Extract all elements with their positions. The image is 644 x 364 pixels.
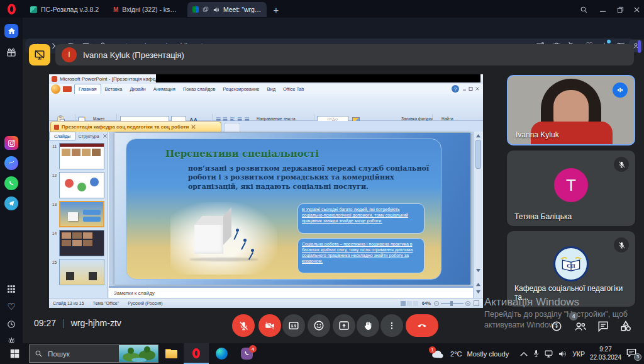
tray-date: 22.03.2024 bbox=[590, 354, 621, 362]
taskbar-viber-button[interactable]: 4 bbox=[234, 343, 259, 364]
previous-slide-icon[interactable] bbox=[475, 282, 481, 287]
slide-thumbnail-selected[interactable] bbox=[59, 201, 104, 227]
presenter-banner[interactable]: I Ivanna Kyluk (Презентація) bbox=[55, 44, 634, 65]
next-slide-icon[interactable] bbox=[475, 290, 481, 294]
weather-temp[interactable]: 2°C bbox=[450, 350, 462, 358]
slide-textbox-2[interactable]: Соціальна робота – престижна і поширена … bbox=[297, 238, 425, 273]
camera-toggle-button[interactable] bbox=[258, 314, 281, 337]
raise-hand-button[interactable] bbox=[357, 314, 379, 337]
fit-slide-button[interactable] bbox=[474, 300, 479, 306]
quick-access-toolbar[interactable] bbox=[63, 86, 72, 92]
language-indicator[interactable]: УКР bbox=[572, 350, 585, 358]
zoom-out-button[interactable]: − bbox=[434, 301, 439, 306]
weather-widget-icon[interactable]: 1 bbox=[430, 348, 445, 360]
sidebar-flow-button[interactable] bbox=[4, 45, 18, 59]
notes-pane[interactable]: Заметки к слайду bbox=[109, 286, 473, 298]
slide-thumbnail[interactable] bbox=[59, 143, 104, 169]
clock-widget[interactable]: 9:27 22.03.2024 bbox=[590, 346, 621, 361]
ppt-tab-view[interactable]: Вид bbox=[263, 84, 279, 94]
tray-network-icon[interactable] bbox=[545, 350, 553, 358]
meeting-details-button[interactable] bbox=[550, 319, 564, 333]
ppt-tab-insert[interactable]: Вставка bbox=[101, 84, 126, 94]
present-button[interactable] bbox=[333, 314, 355, 337]
ppt-tab-officetab[interactable]: Office Tab bbox=[279, 84, 308, 94]
pane-tab-slides[interactable]: Слайды bbox=[49, 132, 75, 140]
more-options-button[interactable] bbox=[380, 314, 403, 337]
status-language[interactable]: Русский (Россия) bbox=[128, 301, 163, 305]
captions-button[interactable] bbox=[282, 314, 305, 337]
scrollbar-thumb[interactable] bbox=[638, 40, 641, 53]
activities-button[interactable] bbox=[619, 319, 633, 333]
slide-canvas[interactable]: Перспективи спеціальності пов’язані з ро… bbox=[114, 133, 470, 285]
slide-textbox-1[interactable]: В Україні сьогодні багато людей, які пот… bbox=[297, 203, 425, 234]
scroll-up-icon[interactable] bbox=[475, 134, 481, 138]
tab-gmail[interactable]: M Вхідні (322) - kspsr@pnu... bbox=[108, 2, 185, 17]
weather-condition[interactable]: Mostly cloudy bbox=[467, 350, 509, 358]
ppt-help-button[interactable]: ? bbox=[452, 85, 459, 93]
slide-title[interactable]: Перспективи спеціальності bbox=[165, 148, 319, 159]
reactions-button[interactable] bbox=[308, 314, 330, 337]
ppt-tab-home[interactable]: Главная bbox=[74, 84, 101, 94]
sidebar-messenger-button[interactable] bbox=[4, 156, 18, 170]
slide-scrollbar[interactable] bbox=[473, 132, 482, 298]
tab-audio-icon[interactable] bbox=[213, 6, 219, 13]
presentation-off-button[interactable] bbox=[29, 44, 50, 65]
ppt-tab-slideshow[interactable]: Показ слайдов bbox=[179, 84, 219, 94]
sidebar-whatsapp-button[interactable] bbox=[4, 176, 18, 190]
window-restore-button[interactable] bbox=[613, 2, 628, 17]
participant-tile-kafedra[interactable]: СП Кафедра соціальної педагогіки та... bbox=[507, 231, 635, 307]
pane-tab-outline[interactable]: Структура bbox=[75, 132, 102, 140]
slide-thumbnail[interactable] bbox=[59, 230, 104, 256]
action-center-button[interactable]: 3 bbox=[626, 348, 640, 360]
participant-tile-tetiana[interactable]: T Тетяна Баліцька bbox=[507, 151, 635, 226]
sidebar-instagram-button[interactable] bbox=[4, 136, 18, 150]
slide-thumbnail[interactable] bbox=[59, 172, 104, 198]
taskbar-file-explorer-button[interactable] bbox=[158, 343, 184, 364]
view-buttons[interactable] bbox=[401, 301, 418, 306]
tray-expand-icon[interactable] bbox=[520, 351, 528, 356]
window-minimize-button[interactable] bbox=[595, 2, 610, 17]
tray-mic-icon[interactable] bbox=[533, 350, 540, 358]
opera-menu-button[interactable] bbox=[0, 0, 23, 18]
taskbar-edge-button[interactable] bbox=[209, 343, 234, 364]
slide-subtitle[interactable]: пов’язані з розвитком державної мережі с… bbox=[188, 164, 437, 191]
ppt-tab-review[interactable]: Рецензирование bbox=[219, 84, 264, 94]
sidebar-bookmarks-button[interactable]: ♡ bbox=[4, 300, 18, 314]
sidebar-start-page-button[interactable] bbox=[4, 24, 18, 38]
slide-thumbnail[interactable] bbox=[59, 259, 104, 285]
mic-toggle-button[interactable] bbox=[232, 314, 255, 337]
tab-search-button[interactable] bbox=[576, 2, 591, 17]
zoom-in-button[interactable]: + bbox=[465, 301, 470, 306]
tray-volume-icon[interactable] bbox=[558, 350, 567, 358]
taskbar-opera-button[interactable] bbox=[184, 343, 209, 364]
new-tab-button[interactable]: + bbox=[269, 3, 283, 16]
participant-tile-ivanna[interactable]: Ivanna Kyluk bbox=[507, 75, 635, 145]
ppt-tab-animation[interactable]: Анимация bbox=[150, 84, 179, 94]
thumb-number: 12 bbox=[49, 173, 57, 178]
chat-button[interactable] bbox=[596, 319, 610, 333]
office-button[interactable] bbox=[51, 84, 60, 94]
pane-close-icon[interactable] bbox=[103, 134, 107, 138]
end-call-button[interactable] bbox=[406, 314, 438, 337]
taskbar-search-box[interactable]: Пошук bbox=[29, 344, 158, 363]
edge-icon bbox=[216, 348, 228, 360]
thumb-number: 13 bbox=[49, 202, 57, 207]
start-button[interactable] bbox=[0, 343, 29, 364]
scrollbar-thumb[interactable] bbox=[475, 140, 481, 169]
ppt-window-controls[interactable] bbox=[462, 86, 480, 92]
participants-button[interactable] bbox=[574, 319, 587, 333]
tab-meet-active[interactable]: Meet: "wrg-hjhm-z bbox=[187, 2, 267, 17]
sidebar-apps-button[interactable] bbox=[4, 282, 18, 296]
ppt-ribbon: Вставить Буфер о... Создать слайд Макет … bbox=[49, 94, 483, 121]
doc-tab-close-icon[interactable] bbox=[191, 125, 196, 129]
new-document-tab[interactable] bbox=[224, 123, 240, 132]
sidebar-history-button[interactable] bbox=[4, 317, 18, 331]
tab-ps-rozklad[interactable]: ПС-Розклад v.3.8.2 bbox=[25, 2, 106, 17]
ppt-tab-design[interactable]: Дизайн bbox=[126, 84, 149, 94]
document-tab[interactable]: Презентація кафедра соц педагогіки та со… bbox=[50, 122, 221, 132]
zoom-slider[interactable] bbox=[441, 303, 464, 304]
scroll-down-icon[interactable] bbox=[475, 268, 481, 273]
meeting-clock: 09:27 bbox=[34, 318, 56, 328]
sidebar-telegram-button[interactable] bbox=[4, 196, 18, 210]
window-close-button[interactable] bbox=[629, 2, 644, 17]
